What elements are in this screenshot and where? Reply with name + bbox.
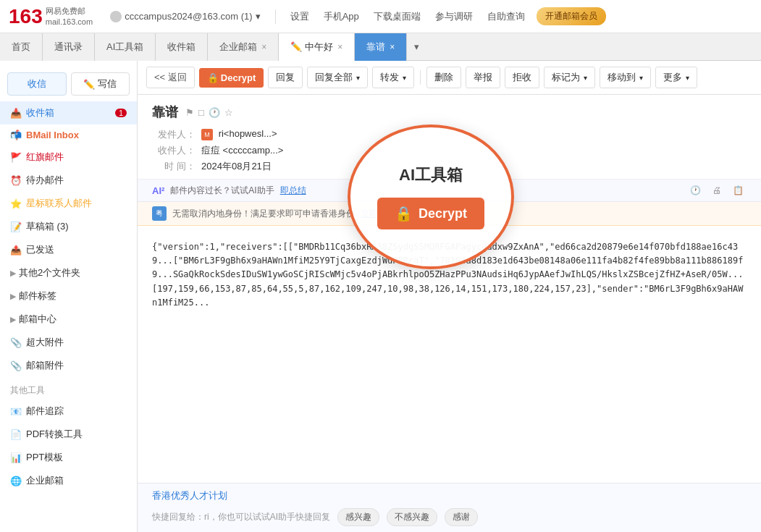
- tab-bar: 首页 通讯录 AI工具箱 收件箱 企业邮箱 × ✏️ 中午好 × 靠谱 × ▾: [0, 33, 761, 61]
- sidebar-item-pdf[interactable]: 📄 PDF转换工具: [0, 423, 137, 446]
- flag-email-icon[interactable]: ⚑: [185, 107, 194, 118]
- sidebar-item-starred[interactable]: ⭐ 星标联系人邮件: [0, 192, 137, 215]
- back-button[interactable]: << 返回: [146, 67, 195, 88]
- sidebar-item-bmail[interactable]: 📬 BMail Inbox: [0, 124, 137, 145]
- tab-kaoppu-close[interactable]: ×: [390, 42, 395, 52]
- account-dot: [110, 11, 122, 22]
- sidebar-item-enterprise[interactable]: 🌐 企业邮箱: [0, 469, 137, 492]
- tab-afternoon[interactable]: ✏️ 中午好 ×: [279, 33, 355, 61]
- forward-caret: ▾: [403, 74, 406, 82]
- main-layout: 收信 ✏️ 写信 📥 收件箱 1 📬 BMail Inbox 🚩 红旗邮件 ⏰ …: [0, 61, 761, 532]
- logo-163: 163: [9, 7, 43, 27]
- sent-icon: 📤: [10, 245, 22, 256]
- from-label: 发件人：: [152, 128, 195, 141]
- sidebar-compose-btn[interactable]: ✏️ 写信: [71, 72, 130, 96]
- hk-link[interactable]: 香港优秀人才计划: [152, 489, 747, 502]
- to-label: 收件人：: [152, 144, 195, 157]
- ai-toolbar-icons: 🕐 🖨 📋: [687, 184, 747, 197]
- sidebar-item-other-folders[interactable]: ▶ 其他2个文件夹: [0, 261, 137, 284]
- email-subject: 靠谱: [152, 104, 178, 121]
- toolbar-divider-1: [420, 70, 421, 85]
- expand-icon: ▶: [10, 269, 16, 278]
- clock-email-icon[interactable]: 🕐: [209, 107, 220, 118]
- chevron-down-icon: ▾: [256, 11, 261, 22]
- quick-btn-thanks[interactable]: 感谢: [445, 508, 478, 526]
- more-caret: ▾: [686, 74, 689, 82]
- lock-icon: 🔒: [207, 72, 219, 83]
- quick-btn-no-interest[interactable]: 不感兴趣: [387, 508, 437, 526]
- nav-self-query[interactable]: 自助查询: [487, 10, 525, 23]
- flag-icon: 🚩: [10, 152, 22, 163]
- nav-settings[interactable]: 设置: [290, 10, 309, 23]
- reply-all-button[interactable]: 回复全部 ▾: [307, 67, 368, 88]
- sidebar-item-drafts[interactable]: 📝 草稿箱 (3): [0, 215, 137, 238]
- tab-afternoon-close[interactable]: ×: [337, 42, 342, 52]
- sidebar-item-flag[interactable]: 🚩 红旗邮件: [0, 145, 137, 169]
- popup-title: AI工具箱: [399, 164, 463, 186]
- tab-contacts[interactable]: 通讯录: [43, 33, 95, 61]
- track-icon: 📧: [10, 406, 22, 417]
- bookmark-icon[interactable]: □: [198, 107, 204, 118]
- forward-button[interactable]: 转发 ▾: [372, 67, 414, 88]
- delete-button[interactable]: 删除: [426, 67, 461, 88]
- popup-decrypt-button[interactable]: 🔒 Decrypt: [377, 198, 484, 229]
- vip-button[interactable]: 开通邮箱会员: [537, 7, 606, 25]
- sidebar-item-attach[interactable]: 📎 邮箱附件: [0, 354, 137, 377]
- quick-reply-text: 快捷回复给：ri，你也可以试试AI助手快捷回复: [152, 511, 330, 523]
- tab-home[interactable]: 首页: [0, 33, 43, 61]
- email-subject-row: 靠谱 ⚑ □ 🕐 ☆: [152, 104, 747, 121]
- sidebar-item-track[interactable]: 📧 邮件追踪: [0, 400, 137, 423]
- tab-kaoppu[interactable]: 靠谱 ×: [355, 33, 407, 61]
- summary-toolbar-icon[interactable]: 📋: [730, 184, 747, 197]
- star-icon: ⭐: [10, 198, 22, 209]
- ai-summary-link[interactable]: 即总结: [280, 185, 306, 197]
- more-button[interactable]: 更多 ▾: [655, 67, 697, 88]
- pencil-icon: ✏️: [83, 79, 95, 90]
- mark-button[interactable]: 标记为 ▾: [544, 67, 595, 88]
- quick-btn-interest[interactable]: 感兴趣: [337, 508, 379, 526]
- move-caret: ▾: [639, 74, 643, 82]
- print-toolbar-icon[interactable]: 🖨: [710, 184, 724, 197]
- logo-sub: 网易免费邮 mail.163.com: [46, 6, 93, 27]
- tab-enterprise-close[interactable]: ×: [261, 42, 266, 52]
- email-account[interactable]: ccccampus2024@163.com (1) ▾: [110, 11, 261, 22]
- sidebar-item-inbox[interactable]: 📥 收件箱 1: [0, 101, 137, 124]
- large-attach-icon: 📎: [10, 337, 22, 348]
- reply-all-caret: ▾: [356, 74, 360, 82]
- email-toolbar: << 返回 🔒 Decrypt 回复 回复全部 ▾ 转发 ▾ 删除 举报 拒收 …: [138, 61, 761, 95]
- star-email-icon[interactable]: ☆: [224, 107, 233, 118]
- sidebar-item-ppt[interactable]: 📊 PPT模板: [0, 446, 137, 469]
- nav-survey[interactable]: 参与调研: [435, 10, 473, 23]
- tab-enterprise[interactable]: 企业邮箱 ×: [208, 33, 279, 61]
- ai-toolbar-text: 邮件内容过长？试试AI助手: [170, 185, 274, 197]
- report-button[interactable]: 举报: [466, 67, 500, 88]
- ai-prefix-icon: AI²: [152, 185, 164, 196]
- mark-caret: ▾: [584, 74, 587, 82]
- reply-button[interactable]: 回复: [268, 67, 303, 88]
- sidebar-item-todo[interactable]: ⏰ 待办邮件: [0, 169, 137, 192]
- decrypt-button[interactable]: 🔒 Decrypt: [199, 68, 264, 88]
- ad-avatar: 粤: [152, 206, 167, 221]
- nav-mobile-app[interactable]: 手机App: [324, 10, 359, 23]
- sidebar-item-tags[interactable]: ▶ 邮件标签: [0, 284, 137, 308]
- sidebar-item-large-attach[interactable]: 📎 超大附件: [0, 331, 137, 354]
- clock-toolbar-icon[interactable]: 🕐: [687, 184, 704, 197]
- inbox-badge: 1: [115, 109, 127, 117]
- tab-more[interactable]: ▾: [407, 41, 426, 52]
- reject-button[interactable]: 拒收: [505, 67, 539, 88]
- pdf-icon: 📄: [10, 429, 22, 440]
- time-label: 时 间：: [152, 160, 195, 173]
- sidebar-other-tools-label: 其他工具: [0, 377, 137, 400]
- sidebar-btn-group: 收信 ✏️ 写信: [0, 67, 137, 101]
- ad-text: 无需取消内地身份！满足要求即可申请香港身份: [172, 208, 355, 220]
- attach-icon: 📎: [10, 360, 22, 371]
- move-button[interactable]: 移动到 ▾: [600, 67, 651, 88]
- tab-ai-tools[interactable]: AI工具箱: [95, 33, 156, 61]
- sidebar-inbox-btn[interactable]: 收信: [7, 72, 67, 96]
- sidebar-item-sent[interactable]: 📤 已发送: [0, 238, 137, 261]
- tab-inbox[interactable]: 收件箱: [156, 33, 208, 61]
- quick-reply-bar: 快捷回复给：ri，你也可以试试AI助手快捷回复 感兴趣 不感兴趣 感谢: [152, 508, 747, 526]
- sidebar-item-mailbox-center[interactable]: ▶ 邮箱中心: [0, 308, 137, 331]
- nav-download[interactable]: 下载桌面端: [374, 10, 421, 23]
- todo-icon: ⏰: [10, 175, 22, 186]
